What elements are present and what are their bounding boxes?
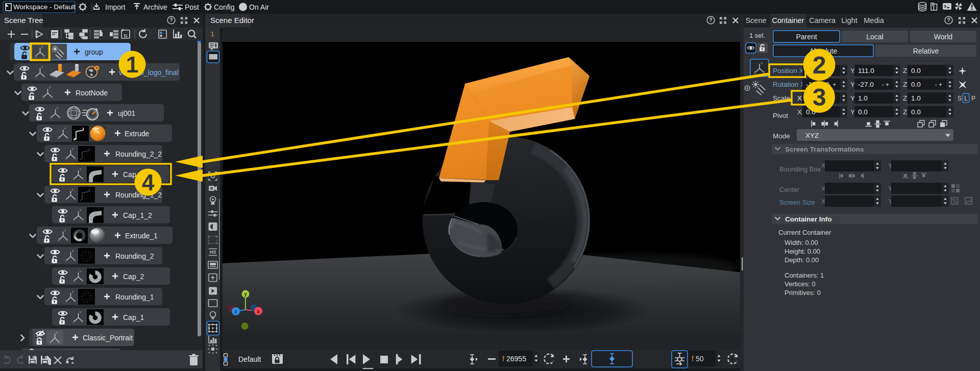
svg-text:3: 3 <box>813 84 826 111</box>
svg-text:1: 1 <box>210 30 214 38</box>
svg-text:Z: Z <box>903 67 907 75</box>
svg-text:Camera: Camera <box>809 16 836 24</box>
svg-text:f: f <box>502 355 504 363</box>
svg-text:0.0: 0.0 <box>858 108 868 116</box>
svg-text:Cap_2: Cap_2 <box>123 273 144 281</box>
svg-text:2: 2 <box>813 52 826 79</box>
svg-text:Center: Center <box>779 186 800 193</box>
svg-text:Cap_1: Cap_1 <box>123 313 144 321</box>
svg-text:Archive: Archive <box>143 3 167 11</box>
svg-text:Post: Post <box>185 3 199 11</box>
svg-text:L: L <box>964 95 968 102</box>
svg-text:1 sel.: 1 sel. <box>749 32 765 39</box>
svg-text:RootNode: RootNode <box>76 89 108 97</box>
svg-text:Height: 0.00: Height: 0.00 <box>785 248 820 255</box>
svg-text:Mode: Mode <box>773 132 790 140</box>
svg-text:Y: Y <box>850 108 855 116</box>
svg-text:X: X <box>797 108 802 116</box>
svg-text:-27.0: -27.0 <box>858 81 874 88</box>
svg-text:Primitives: 0: Primitives: 0 <box>785 289 821 296</box>
svg-text:26955: 26955 <box>506 355 526 363</box>
svg-text:Position X: Position X <box>773 67 804 75</box>
svg-text:1.0: 1.0 <box>911 94 921 102</box>
svg-text:Container: Container <box>772 16 804 24</box>
svg-text:f: f <box>692 355 694 363</box>
svg-text:Current Container: Current Container <box>778 229 831 236</box>
svg-text:Default: Default <box>238 355 261 363</box>
svg-text:Parent: Parent <box>796 33 817 41</box>
svg-text:Bounding Box: Bounding Box <box>779 165 821 173</box>
svg-text:y: y <box>244 291 247 297</box>
svg-text:Rounding_2_2: Rounding_2_2 <box>115 150 162 158</box>
svg-text:z: z <box>235 309 237 314</box>
svg-text:Container Info: Container Info <box>785 215 832 223</box>
svg-text:World: World <box>934 33 952 41</box>
svg-text:Scene Tree: Scene Tree <box>4 16 43 24</box>
svg-text:HS: HS <box>210 250 216 255</box>
svg-text:Relative: Relative <box>913 47 939 55</box>
svg-text:Local: Local <box>866 33 883 41</box>
svg-text:4: 4 <box>142 170 155 195</box>
svg-text:Depth: 0.00: Depth: 0.00 <box>785 256 819 264</box>
svg-text:Y: Y <box>850 67 855 75</box>
svg-text:Extrude: Extrude <box>125 130 149 138</box>
svg-text:Light: Light <box>841 16 857 24</box>
svg-text:XYZ: XYZ <box>805 132 819 139</box>
svg-text:Scene: Scene <box>745 16 766 24</box>
svg-text:uj001: uj001 <box>118 109 135 117</box>
svg-text:Classic_Portrait: Classic_Portrait <box>83 334 133 342</box>
svg-text:On Air: On Air <box>249 3 269 11</box>
svg-text:0.0: 0.0 <box>911 67 921 75</box>
svg-text:Media: Media <box>864 16 884 24</box>
svg-text:Pivot: Pivot <box>773 112 788 119</box>
svg-text:group: group <box>85 48 103 56</box>
svg-text:- +: - + <box>935 81 942 88</box>
svg-text:S: S <box>958 95 962 102</box>
svg-text:Rotation X: Rotation X <box>773 81 805 88</box>
svg-text:Screen Size: Screen Size <box>779 199 815 206</box>
svg-text:Z: Z <box>903 94 907 102</box>
svg-text:Containers: 1: Containers: 1 <box>785 271 824 279</box>
svg-text:Rounding_2: Rounding_2 <box>115 252 154 260</box>
svg-text:0.0: 0.0 <box>911 81 921 88</box>
svg-text:Vertices: 0: Vertices: 0 <box>785 280 816 288</box>
svg-text:X: X <box>797 94 802 102</box>
svg-text:0.0: 0.0 <box>911 108 921 116</box>
svg-text:Cap_1_2: Cap_1_2 <box>123 211 152 219</box>
svg-text:111.0: 111.0 <box>858 67 874 75</box>
svg-text:G: G <box>124 33 127 38</box>
svg-text:1: 1 <box>126 52 138 77</box>
svg-text:Y: Y <box>850 81 855 88</box>
svg-text:Z: Z <box>903 81 907 88</box>
svg-text:- +: - + <box>882 81 889 88</box>
svg-text:Extrude_1: Extrude_1 <box>125 232 158 240</box>
svg-text:Import: Import <box>105 3 126 11</box>
svg-text:Workspace - Default: Workspace - Default <box>13 3 76 11</box>
svg-text:Screen Transformations: Screen Transformations <box>785 145 864 153</box>
svg-text:x: x <box>257 309 260 314</box>
svg-text:50: 50 <box>696 355 704 363</box>
svg-text:Rounding_1: Rounding_1 <box>115 293 154 301</box>
svg-text:P: P <box>971 95 975 102</box>
svg-text:Config: Config <box>214 3 234 11</box>
svg-text:Y: Y <box>850 94 855 102</box>
svg-text:Z: Z <box>903 108 907 116</box>
svg-text:Width: 0.00: Width: 0.00 <box>785 239 818 246</box>
svg-text:Scene Editor: Scene Editor <box>210 16 254 24</box>
svg-text:1.0: 1.0 <box>858 94 868 102</box>
